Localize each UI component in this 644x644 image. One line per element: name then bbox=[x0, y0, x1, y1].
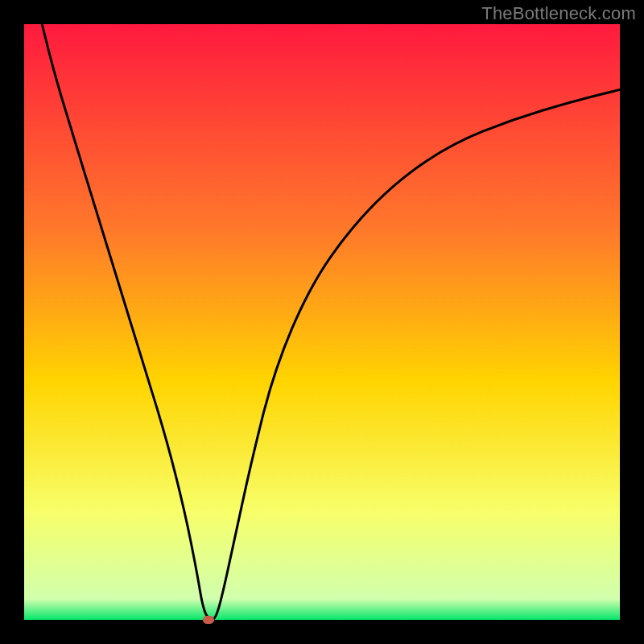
min-marker bbox=[203, 616, 214, 624]
chart-frame: TheBottleneck.com bbox=[0, 0, 644, 644]
plot-area bbox=[24, 24, 620, 620]
watermark-text: TheBottleneck.com bbox=[481, 3, 636, 24]
bottleneck-curve bbox=[24, 24, 620, 620]
